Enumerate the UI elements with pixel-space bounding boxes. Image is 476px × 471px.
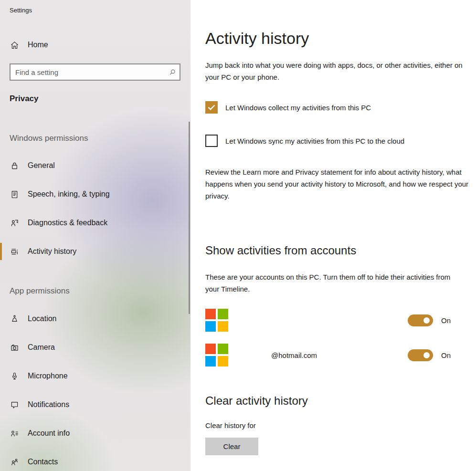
sidebar-item-label: Activity history [28, 247, 76, 256]
camera-icon [10, 343, 20, 353]
toggle-state-label: On [441, 316, 453, 324]
sidebar-item-label: Notifications [28, 400, 69, 409]
toggle-knob [423, 317, 430, 324]
sidebar-item-contacts[interactable]: Contacts [0, 448, 190, 471]
sidebar-scrollbar[interactable] [189, 122, 190, 314]
sidebar-item-speech-inking-typing[interactable]: Speech, inking, & typing [0, 180, 190, 209]
sidebar-item-label: Location [28, 314, 57, 323]
ms-square-yellow [218, 321, 228, 332]
ms-square-red [205, 344, 216, 354]
home-icon [10, 40, 20, 50]
location-icon [10, 314, 20, 324]
ms-square-blue [205, 321, 216, 332]
sidebar-item-label: Account info [28, 429, 70, 438]
contacts-icon [10, 457, 20, 467]
sync-activities-row: Let Windows sync my activities from this… [205, 135, 471, 147]
app-title: Settings [0, 7, 190, 14]
clear-button[interactable]: Clear [205, 438, 258, 455]
review-note: Review the Learn more and Privacy statem… [205, 166, 471, 202]
sidebar-item-notifications[interactable]: Notifications [0, 390, 190, 419]
account-row: On [205, 308, 453, 333]
person-feedback-icon [10, 218, 20, 228]
toggle-state-label: On [441, 351, 453, 359]
ms-square-red [205, 309, 216, 319]
collect-activities-row: Let Windows collect my activities from t… [205, 101, 471, 114]
search-input[interactable] [11, 64, 165, 80]
settings-sidebar: Settings Home Privacy Windows permission… [0, 0, 190, 471]
microphone-icon [10, 371, 20, 381]
clipboard-icon [10, 189, 20, 199]
ms-square-yellow [218, 356, 228, 366]
sidebar-item-diagnostics-feedback[interactable]: Diagnostics & feedback [0, 209, 190, 237]
category-heading: Privacy [0, 94, 190, 104]
nav-section-app-permissions: App permissions [0, 286, 190, 295]
sidebar-item-general[interactable]: General [0, 151, 190, 180]
checkbox-label[interactable]: Let Windows sync my activities from this… [225, 137, 404, 145]
account-toggle[interactable] [408, 314, 433, 326]
sync-activities-checkbox[interactable] [205, 135, 218, 147]
accounts-section-description: These are your accounts on this PC. Turn… [205, 271, 465, 295]
ms-square-green [218, 309, 228, 319]
account-row: @hotmail.com On [205, 343, 453, 367]
activity-history-icon [10, 247, 20, 257]
sidebar-item-account-info[interactable]: Account info [0, 419, 190, 448]
sidebar-item-label: Speech, inking, & typing [28, 190, 110, 199]
clear-history-label: Clear history for [205, 421, 471, 430]
clear-section-title: Clear activity history [205, 393, 471, 408]
toggle-knob [423, 352, 430, 358]
search-box[interactable] [10, 63, 180, 81]
sidebar-item-label: Camera [28, 343, 55, 352]
search-icon[interactable] [165, 68, 180, 77]
ms-square-green [218, 344, 228, 354]
activity-history-page: Activity history Jump back into what you… [190, 0, 476, 471]
sidebar-item-camera[interactable]: Camera [0, 333, 190, 362]
account-toggle[interactable] [408, 349, 433, 361]
account-name: @hotmail.com [228, 351, 408, 359]
nav-section-windows-permissions: Windows permissions [0, 134, 190, 142]
sidebar-item-label: General [28, 161, 55, 170]
sidebar-item-microphone[interactable]: Microphone [0, 362, 190, 390]
sidebar-item-label: Contacts [28, 458, 58, 466]
sidebar-item-location[interactable]: Location [0, 304, 190, 333]
lock-icon [10, 161, 20, 171]
page-intro: Jump back into what you were doing with … [205, 59, 465, 83]
microsoft-logo-icon [205, 309, 228, 332]
sidebar-item-label: Diagnostics & feedback [28, 219, 107, 227]
account-info-icon [10, 429, 20, 439]
collect-activities-checkbox[interactable] [205, 101, 218, 114]
checkbox-label[interactable]: Let Windows collect my activities from t… [225, 104, 371, 112]
page-title: Activity history [205, 28, 471, 49]
sidebar-item-home[interactable]: Home [0, 39, 190, 51]
selected-accent-bar [0, 243, 2, 260]
accounts-section-title: Show activities from accounts [205, 243, 471, 258]
sidebar-item-label: Home [28, 41, 48, 49]
sidebar-item-label: Microphone [28, 372, 68, 380]
microsoft-logo-icon [205, 344, 228, 366]
notifications-icon [10, 400, 20, 410]
sidebar-item-activity-history[interactable]: Activity history [0, 237, 190, 266]
ms-square-blue [205, 356, 216, 366]
